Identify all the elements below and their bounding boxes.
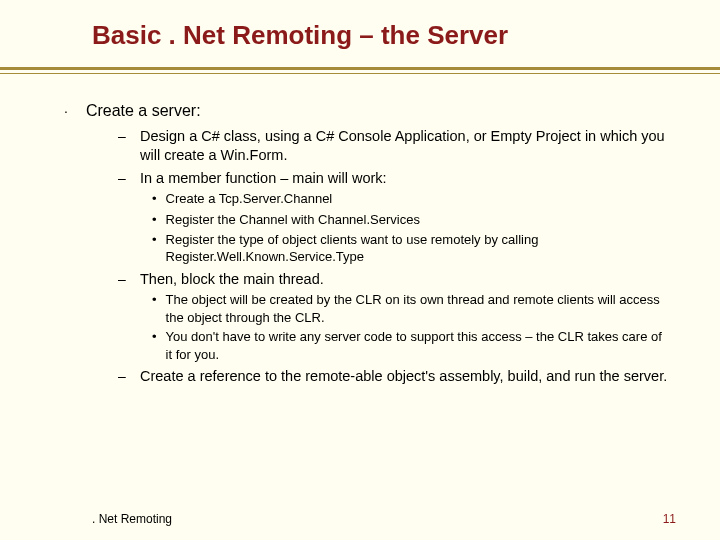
level1-text: Create a server: — [86, 100, 201, 121]
bullet-level1: · Create a server: — [64, 100, 676, 121]
level2-list: – Design a C# class, using a C# Console … — [64, 127, 676, 386]
bullet-level2: – Then, block the main thread. — [118, 270, 676, 289]
bullet-icon: · — [64, 100, 68, 120]
level2-text: Create a reference to the remote-able ob… — [140, 367, 667, 386]
level2-text: In a member function – main will work: — [140, 169, 387, 188]
dot-icon: • — [152, 231, 157, 249]
dot-icon: • — [152, 190, 157, 208]
level3-text: Create a Tcp.Server.Channel — [166, 190, 333, 208]
footer-label: . Net Remoting — [92, 512, 172, 526]
level2-text: Then, block the main thread. — [140, 270, 324, 289]
dot-icon: • — [152, 328, 157, 346]
rule-thick — [0, 67, 720, 70]
bullet-level3: • You don't have to write any server cod… — [152, 328, 676, 363]
bullet-level3: • Create a Tcp.Server.Channel — [152, 190, 676, 208]
slide-footer: . Net Remoting 11 — [0, 512, 720, 526]
dot-icon: • — [152, 291, 157, 309]
slide-content: · Create a server: – Design a C# class, … — [0, 74, 720, 386]
page-number: 11 — [663, 512, 676, 526]
bullet-level2: – In a member function – main will work: — [118, 169, 676, 188]
slide: Basic . Net Remoting – the Server · Crea… — [0, 0, 720, 540]
level3-text: Register the Channel with Channel.Servic… — [166, 211, 420, 229]
slide-title: Basic . Net Remoting – the Server — [0, 20, 720, 63]
level3-text: You don't have to write any server code … — [166, 328, 668, 363]
dash-icon: – — [118, 270, 130, 288]
bullet-level2: – Design a C# class, using a C# Console … — [118, 127, 676, 165]
level3-list: • Create a Tcp.Server.Channel • Register… — [118, 190, 676, 265]
level3-text: The object will be created by the CLR on… — [166, 291, 668, 326]
dash-icon: – — [118, 367, 130, 385]
title-rules — [0, 67, 720, 74]
bullet-level3: • The object will be created by the CLR … — [152, 291, 676, 326]
bullet-level3: • Register the Channel with Channel.Serv… — [152, 211, 676, 229]
dot-icon: • — [152, 211, 157, 229]
level2-text: Design a C# class, using a C# Console Ap… — [140, 127, 670, 165]
dash-icon: – — [118, 169, 130, 187]
level3-text: Register the type of object clients want… — [166, 231, 668, 266]
level3-list: • The object will be created by the CLR … — [118, 291, 676, 363]
dash-icon: – — [118, 127, 130, 145]
bullet-level3: • Register the type of object clients wa… — [152, 231, 676, 266]
bullet-level2: – Create a reference to the remote-able … — [118, 367, 676, 386]
